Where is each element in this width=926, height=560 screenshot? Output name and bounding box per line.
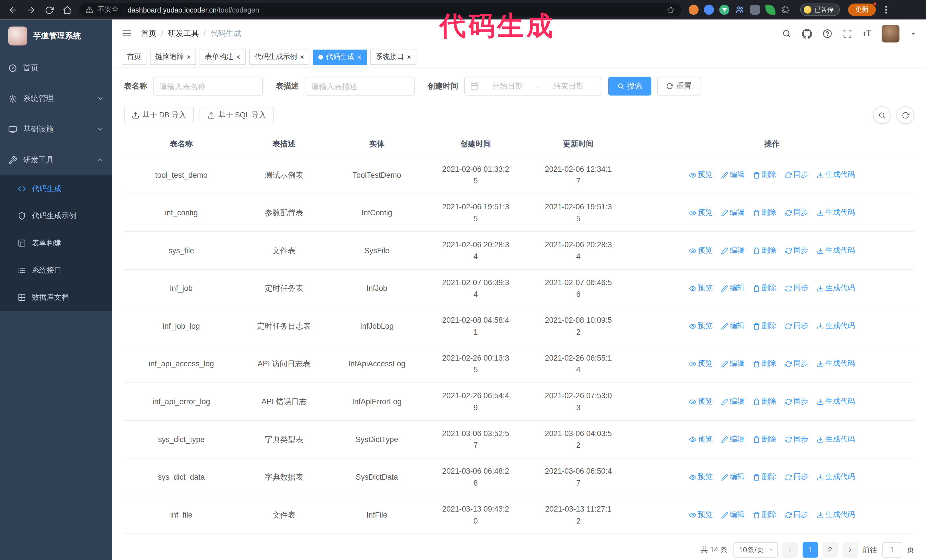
- header-search-icon[interactable]: [782, 28, 791, 38]
- sync-link[interactable]: 同步: [785, 435, 808, 444]
- delete-link[interactable]: 删除: [753, 472, 776, 482]
- browser-extension-icon[interactable]: [704, 5, 714, 15]
- reset-button[interactable]: 重置: [657, 77, 701, 95]
- github-icon[interactable]: [802, 28, 812, 39]
- page-size-select[interactable]: 10条/页: [734, 542, 778, 558]
- tab-close-icon[interactable]: ×: [357, 53, 362, 60]
- goto-page-input[interactable]: [882, 542, 902, 558]
- sidebar-subitem-db-doc[interactable]: 数据库文档: [0, 284, 112, 311]
- generate-code-link[interactable]: 生成代码: [817, 510, 855, 520]
- extensions-puzzle-icon[interactable]: [781, 5, 791, 15]
- generate-code-link[interactable]: 生成代码: [817, 170, 855, 180]
- end-date-placeholder[interactable]: 结束日期: [542, 81, 595, 91]
- sync-link[interactable]: 同步: [785, 397, 808, 406]
- sidebar-item-infrastructure[interactable]: 基础设施: [0, 114, 112, 145]
- tab-system-api[interactable]: 系统接口×: [371, 49, 416, 65]
- app-logo[interactable]: 芋道管理系统: [0, 20, 112, 53]
- edit-link[interactable]: 编辑: [721, 283, 744, 293]
- sync-link[interactable]: 同步: [785, 283, 808, 293]
- browser-extension-icon[interactable]: [735, 5, 744, 15]
- bookmark-star-icon[interactable]: [667, 5, 675, 14]
- preview-link[interactable]: 预览: [689, 170, 713, 180]
- sidebar-item-home[interactable]: 首页: [0, 53, 112, 83]
- browser-back-button[interactable]: [8, 5, 18, 15]
- breadcrumb-dev-tools[interactable]: 研发工具: [168, 28, 199, 38]
- sidebar-subitem-form-builder[interactable]: 表单构建: [0, 229, 112, 257]
- sync-link[interactable]: 同步: [785, 170, 808, 180]
- page-button-1[interactable]: 1: [802, 542, 818, 558]
- tab-form-builder[interactable]: 表单构建×: [200, 49, 246, 65]
- generate-code-link[interactable]: 生成代码: [817, 472, 855, 482]
- help-icon[interactable]: [823, 28, 832, 38]
- tab-close-icon[interactable]: ×: [187, 53, 191, 60]
- breadcrumb-home[interactable]: 首页: [141, 28, 156, 38]
- edit-link[interactable]: 编辑: [721, 510, 744, 520]
- preview-link[interactable]: 预览: [689, 321, 713, 331]
- sidebar-subitem-codegen[interactable]: 代码生成: [0, 175, 112, 202]
- search-button[interactable]: 搜索: [608, 77, 651, 95]
- import-from-db-button[interactable]: 基于 DB 导入: [124, 107, 194, 123]
- browser-extension-icon[interactable]: [750, 5, 760, 15]
- edit-link[interactable]: 编辑: [721, 435, 744, 444]
- generate-code-link[interactable]: 生成代码: [817, 359, 855, 369]
- edit-link[interactable]: 编辑: [721, 170, 744, 180]
- browser-menu-button[interactable]: [885, 6, 887, 14]
- generate-code-link[interactable]: 生成代码: [817, 321, 855, 331]
- preview-link[interactable]: 预览: [689, 397, 713, 406]
- sidebar-item-system-management[interactable]: 系统管理: [0, 83, 112, 114]
- edit-link[interactable]: 编辑: [721, 246, 744, 255]
- table-name-input[interactable]: [153, 77, 263, 95]
- preview-link[interactable]: 预览: [689, 246, 713, 255]
- sync-link[interactable]: 同步: [785, 510, 808, 520]
- sync-link[interactable]: 同步: [785, 472, 808, 482]
- date-range-picker[interactable]: 开始日期 - 结束日期: [464, 77, 601, 95]
- tab-codegen[interactable]: 代码生成×: [313, 49, 367, 65]
- edit-link[interactable]: 编辑: [721, 321, 744, 331]
- next-page-button[interactable]: [843, 542, 858, 558]
- generate-code-link[interactable]: 生成代码: [817, 397, 855, 406]
- generate-code-link[interactable]: 生成代码: [817, 208, 855, 217]
- delete-link[interactable]: 删除: [753, 321, 776, 331]
- sync-link[interactable]: 同步: [785, 359, 808, 369]
- delete-link[interactable]: 删除: [753, 208, 776, 217]
- tab-trace[interactable]: 链路追踪×: [150, 49, 196, 65]
- tab-close-icon[interactable]: ×: [236, 53, 241, 60]
- address-bar[interactable]: 不安全 dashboard.yudao.iocoder.cn/tool/code…: [79, 3, 682, 17]
- edit-link[interactable]: 编辑: [721, 472, 744, 482]
- sidebar-toggle-button[interactable]: [122, 28, 132, 38]
- prev-page-button[interactable]: [782, 542, 797, 558]
- toggle-search-button[interactable]: [873, 106, 890, 124]
- tab-close-icon[interactable]: ×: [300, 53, 304, 60]
- edit-link[interactable]: 编辑: [721, 359, 744, 369]
- delete-link[interactable]: 删除: [753, 246, 776, 255]
- tab-home[interactable]: 首页: [122, 49, 147, 65]
- browser-home-button[interactable]: [63, 5, 72, 15]
- user-avatar[interactable]: [882, 24, 899, 42]
- delete-link[interactable]: 删除: [753, 283, 776, 293]
- preview-link[interactable]: 预览: [689, 435, 713, 444]
- delete-link[interactable]: 删除: [753, 510, 776, 520]
- preview-link[interactable]: 预览: [689, 510, 713, 520]
- preview-link[interactable]: 预览: [689, 283, 713, 293]
- import-from-sql-button[interactable]: 基于 SQL 导入: [200, 107, 274, 123]
- preview-link[interactable]: 预览: [689, 472, 713, 482]
- refresh-table-button[interactable]: [896, 106, 914, 124]
- delete-link[interactable]: 删除: [753, 435, 776, 444]
- fullscreen-icon[interactable]: [843, 28, 852, 38]
- edit-link[interactable]: 编辑: [721, 397, 744, 406]
- sidebar-item-dev-tools[interactable]: 研发工具: [0, 145, 112, 175]
- user-menu-caret-icon[interactable]: [910, 28, 917, 38]
- sync-link[interactable]: 同步: [785, 208, 808, 217]
- edit-link[interactable]: 编辑: [721, 208, 744, 217]
- table-desc-input[interactable]: [305, 77, 415, 95]
- sidebar-subitem-system-api[interactable]: 系统接口: [0, 257, 112, 284]
- delete-link[interactable]: 删除: [753, 170, 776, 180]
- sync-link[interactable]: 同步: [785, 246, 808, 255]
- sidebar-subitem-codegen-example[interactable]: 代码生成示例: [0, 202, 112, 229]
- page-button-2[interactable]: 2: [822, 542, 838, 558]
- preview-link[interactable]: 预览: [689, 359, 713, 369]
- browser-reload-button[interactable]: [45, 5, 54, 15]
- tab-codegen-example[interactable]: 代码生成示例×: [249, 49, 309, 65]
- preview-link[interactable]: 预览: [689, 208, 713, 217]
- browser-extension-icon[interactable]: [765, 5, 775, 15]
